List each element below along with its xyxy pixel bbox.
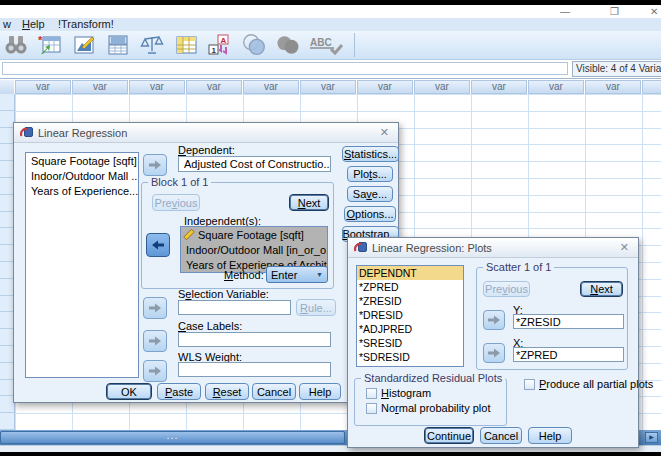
help-button[interactable]: Help [299,383,341,400]
save-button[interactable]: Save... [347,186,393,202]
spell-check-icon[interactable]: ABC [308,32,344,58]
rule-button[interactable]: Rule... [296,299,336,316]
restore-icon[interactable]: ❐ [610,5,619,18]
case-labels-field[interactable] [178,332,331,347]
source-variable-list[interactable]: Square Footage [sqft] Indoor/Outdoor Mal… [25,152,139,378]
list-item[interactable]: Square Footage [sqft] [181,227,327,242]
histogram-checkbox[interactable] [366,388,377,399]
move-y-button[interactable] [483,310,505,330]
column-header[interactable]: var [300,80,356,94]
previous-button[interactable]: Previous [152,194,200,211]
move-dependent-button[interactable] [143,154,167,176]
histogram-label[interactable]: Histogram [381,387,431,399]
cancel-button[interactable]: Cancel [480,427,522,444]
minimize-icon[interactable]: — [560,5,570,18]
block-group: Block 1 of 1 Previous Next Independent(s… [141,182,334,289]
grip-dots-icon: ... [166,429,178,441]
scroll-right-icon[interactable]: ▶ [645,432,658,443]
column-header[interactable]: var [585,80,641,94]
options-button[interactable]: Options... [344,206,396,222]
window-bottom-edge [0,452,661,456]
list-item[interactable]: *SRESID [357,336,463,350]
close-icon[interactable]: ✕ [380,126,389,139]
move-case-labels-button[interactable] [143,330,167,352]
close-icon[interactable]: ✕ [650,5,658,18]
move-wls-weight-button[interactable] [143,360,167,382]
column-header[interactable]: var [129,80,185,94]
method-dropdown[interactable]: Enter ▼ [266,266,328,283]
y-axis-field[interactable]: *ZRESID [513,314,624,329]
x-axis-field[interactable]: *ZPRED [513,347,624,362]
next-button[interactable]: Next [580,281,623,297]
cancel-button[interactable]: Cancel [252,383,296,400]
statistics-button[interactable]: Statistics... [342,146,399,162]
menu-item-window-fragment[interactable]: w [3,18,11,31]
selection-variable-field[interactable] [178,300,291,315]
close-icon[interactable]: ✕ [620,241,629,254]
column-header[interactable]: var [186,80,242,94]
column-header[interactable]: var [471,80,527,94]
plots-dialog-titlebar[interactable]: Linear Regression: Plots [348,238,638,258]
list-item[interactable]: DEPENDNT [357,266,463,280]
column-header[interactable]: var [15,80,71,94]
weight-cases-icon[interactable] [138,32,166,58]
remove-independents-button[interactable] [146,233,170,257]
list-item[interactable]: *SDRESID [357,350,463,364]
column-header[interactable]: var [243,80,299,94]
variable-label: *ADJPRED [359,323,412,335]
list-item[interactable]: *ZPRED [357,280,463,294]
spss-logo-icon [354,242,367,253]
list-item[interactable]: Square Footage [sqft] [26,153,138,168]
move-selection-variable-button[interactable] [143,297,167,319]
ok-button[interactable]: OK [106,383,152,400]
grid-corner-cell[interactable] [0,80,15,94]
dependent-field[interactable]: Adjusted Cost of Constructio... [178,156,331,172]
list-item[interactable]: *ADJPRED [357,322,463,336]
reset-button[interactable]: Reset [205,383,249,400]
value-labels-icon[interactable]: A1 [206,32,234,58]
normal-prob-checkbox[interactable] [366,403,377,414]
grid-column-headers: var var var var var var var var var var … [0,80,661,94]
partial-plots-checkbox[interactable] [524,379,535,390]
y-axis-value: *ZRESID [516,316,561,328]
continue-button[interactable]: Continue [424,427,474,444]
arrow-right-icon [487,347,501,359]
menu-item-help[interactable]: Help [22,18,45,31]
plots-variable-list[interactable]: DEPENDNT *ZPRED *ZRESID *DRESID *ADJPRED… [356,265,464,367]
previous-button[interactable]: Previous [483,281,530,297]
find-icon[interactable] [2,32,30,58]
paste-button[interactable]: Paste [157,383,201,400]
show-all-variables-icon[interactable] [274,32,302,58]
cell-editor-input[interactable] [2,62,568,75]
column-header[interactable]: var [357,80,413,94]
use-variable-sets-icon[interactable] [240,32,268,58]
next-button[interactable]: Next [289,194,329,211]
help-button[interactable]: Help [528,427,572,444]
insert-cases-icon[interactable]: * [36,32,64,58]
insert-variable-icon[interactable] [70,32,98,58]
select-cases-icon[interactable] [172,32,200,58]
linear-regression-dialog-titlebar[interactable]: Linear Regression [14,123,398,143]
split-file-icon[interactable] [104,32,132,58]
list-item[interactable]: *ZRESID [357,294,463,308]
list-item[interactable]: *DRESID [357,308,463,322]
partial-plots-label[interactable]: Produce all partial plots [539,378,653,390]
move-x-button[interactable] [483,343,505,363]
column-header[interactable]: var [642,80,661,94]
normal-prob-label[interactable]: Normal probability plot [381,402,490,414]
menu-item-transform[interactable]: !Transform! [58,18,114,31]
column-header[interactable]: var [72,80,128,94]
svg-text:ABC: ABC [310,37,332,48]
column-header[interactable]: var [528,80,584,94]
horizontal-scrollbar-thumb[interactable]: ... [0,431,345,444]
x-axis-value: *ZPRED [516,349,558,361]
list-item[interactable]: Years of Experience... [26,183,138,198]
window-titlebar: — ❐ ✕ [0,5,661,18]
column-header[interactable]: var [414,80,470,94]
variable-label: Years of Experience... [31,185,138,197]
list-item[interactable]: Indoor/Outdoor Mall ... [26,168,138,183]
variable-label: Square Footage [sqft] [198,229,304,241]
list-item[interactable]: Indoor/Outdoor Mall [in_or_o... [181,242,327,257]
wls-weight-field[interactable] [178,362,331,377]
plots-button[interactable]: Plots... [347,166,393,182]
